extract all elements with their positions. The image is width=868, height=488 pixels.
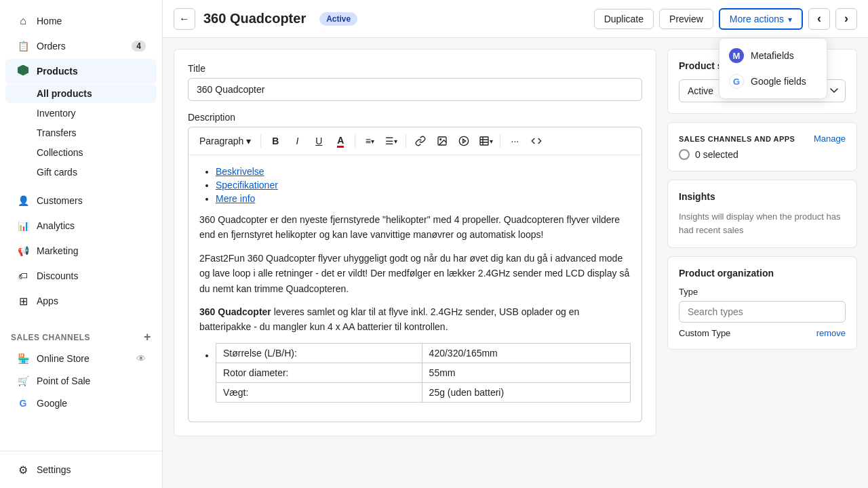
code-icon [531,136,542,146]
sidebar-item-label: Home [37,16,62,26]
type-label: Type [679,287,846,297]
discounts-icon [16,269,30,283]
title-description-card: Title Description Paragraph ▾ B I U [174,49,656,436]
sidebar-item-marketing[interactable]: Marketing [5,239,157,263]
sales-channels-title: SALES CHANNELS AND APPS [679,135,795,143]
sidebar-item-discounts[interactable]: Discounts [5,264,157,288]
preview-button[interactable]: Preview [659,9,713,29]
spec-value: 420/320/165mm [422,343,630,363]
description-label: Description [188,112,642,123]
orders-badge: 4 [132,41,146,52]
paragraph-select[interactable]: Paragraph ▾ [194,133,256,149]
more-actions-dropdown: M Metafields G Google fields [719,38,827,99]
home-icon [16,14,30,28]
sidebar-item-label: Marketing [37,245,78,256]
sidebar-item-orders[interactable]: Orders 4 [5,34,157,58]
text-color-button[interactable]: A [330,131,351,150]
sidebar-item-transfers[interactable]: Transfers [5,123,157,142]
sales-channels-label: SALES CHANNELS + [0,325,162,347]
sidebar-item-apps[interactable]: Apps [5,289,157,313]
google-icon [16,396,30,410]
spec-row: Størrelse (L/B/H): [216,343,422,363]
duplicate-button[interactable]: Duplicate [594,9,654,29]
dropdown-item-google-fields[interactable]: G Google fields [719,68,827,94]
all-products-label: All products [37,88,92,99]
bold-button[interactable]: B [265,131,285,150]
toolbar-divider-4 [500,134,500,148]
eye-icon[interactable]: 👁 [136,353,146,364]
bold-text: 360 Quadcopter [199,306,271,317]
chevron-left-icon [817,12,821,26]
next-product-button[interactable] [835,8,857,30]
spec-row: Rotor diameter: [216,363,422,382]
link-mere-info[interactable]: Mere info [216,193,255,204]
custom-type-label: Custom Type [679,328,730,338]
sidebar-item-online-store[interactable]: Online Store 👁 [5,348,157,369]
table-button[interactable]: ▾ [475,131,496,150]
svg-point-1 [440,139,441,140]
more-actions-button[interactable]: More actions [719,8,803,30]
italic-button[interactable]: I [287,131,307,150]
manage-link[interactable]: Manage [814,134,846,144]
type-search-wrap [679,301,846,323]
collections-label: Collections [37,147,83,158]
para-1: 360 Quadcopter er den nyeste fjernstyred… [199,212,631,243]
orders-icon [16,39,30,53]
pos-label: Point of Sale [37,375,90,386]
sidebar-item-google[interactable]: Google [5,392,157,414]
code-button[interactable] [526,131,547,150]
sidebar-item-inventory[interactable]: Inventory [5,104,157,123]
underline-button[interactable]: U [309,131,329,150]
metafields-icon: M [729,48,744,63]
link-specifikationer[interactable]: Specifikationer [216,180,278,190]
dropdown-item-metafields[interactable]: M Metafields [719,43,827,68]
sidebar-item-label: Apps [37,296,58,306]
link-beskrivelse[interactable]: Beskrivelse [216,166,264,177]
toolbar-divider [260,134,261,148]
sidebar-item-settings[interactable]: Settings [5,458,157,482]
sidebar-item-point-of-sale[interactable]: Point of Sale [5,370,157,392]
title-input[interactable] [188,78,642,101]
gift-cards-label: Gift cards [37,167,77,178]
sidebar: Home Orders 4 Products All products Inve… [0,0,163,488]
organization-card: Product organization Type Custom Type re… [667,256,857,350]
svg-marker-3 [463,139,466,142]
editor-panel: Title Description Paragraph ▾ B I U [174,49,656,477]
prev-product-button[interactable] [808,8,830,30]
sidebar-item-analytics[interactable]: Analytics [5,214,157,238]
topbar: 360 Quadcopter Active Duplicate Preview … [163,0,868,38]
para-3: 360 Quadcopter leveres samlet og klar ti… [199,304,631,335]
editor-toolbar: Paragraph ▾ B I U A ≡▾ [188,127,642,155]
chevron-right-icon [844,12,848,26]
google-label: Google [37,398,67,409]
sidebar-item-customers[interactable]: Customers [5,188,157,213]
remove-link[interactable]: remove [816,328,846,338]
table-icon [479,136,490,146]
sidebar-item-all-products[interactable]: All products [5,84,157,103]
right-panel: Product status Active Draft SALES CHANNE… [667,49,857,477]
spec-value: 25g (uden batteri) [422,382,630,402]
editor-content[interactable]: Beskrivelse Specifikationer Mere info 36… [188,155,642,422]
sidebar-item-label: Products [37,66,78,77]
type-search-input[interactable] [679,301,846,323]
play-icon [458,136,469,146]
align-button[interactable]: ≡▾ [359,131,380,150]
marketing-icon [16,244,30,258]
link-button[interactable] [410,131,431,150]
video-button[interactable] [454,131,474,150]
sidebar-item-collections[interactable]: Collections [5,143,157,162]
spec-table: Størrelse (L/B/H): 420/320/165mm Rotor d… [216,343,631,403]
sidebar-item-products[interactable]: Products [5,59,157,83]
toolbar-divider-2 [355,134,355,148]
back-button[interactable] [174,8,195,30]
selected-channels: 0 selected [679,149,846,160]
sidebar-item-gift-cards[interactable]: Gift cards [5,163,157,182]
more-options-button[interactable]: ··· [505,131,525,150]
chevron-down-icon: ▾ [246,136,251,146]
add-sales-channel-icon[interactable]: + [144,330,151,344]
settings-icon [16,463,30,476]
sidebar-item-home[interactable]: Home [5,9,157,33]
online-store-label: Online Store [37,353,90,364]
image-button[interactable] [432,131,452,150]
align-group-button[interactable]: ☰▾ [381,131,401,150]
